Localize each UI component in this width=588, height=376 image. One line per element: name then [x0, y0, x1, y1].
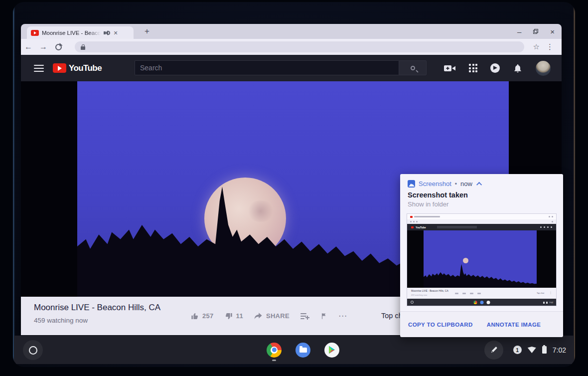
apps-grid-icon[interactable]: [469, 64, 477, 72]
messages-icon[interactable]: [490, 63, 500, 73]
create-video-icon[interactable]: [444, 64, 456, 72]
notification-timestamp: now: [460, 180, 472, 188]
thumbs-up-icon: [191, 312, 199, 320]
clock[interactable]: 7:02: [553, 346, 566, 354]
chrome-running-indicator: [272, 360, 276, 361]
mini-youtube-logo: YouTube: [416, 226, 426, 229]
youtube-header: YouTube: [21, 55, 562, 81]
dislike-count: 11: [236, 312, 243, 320]
mini-toolbar: [407, 219, 556, 224]
tab-title: Moonrise LIVE - Beacon Hi: [42, 30, 101, 36]
mini-video-area: [407, 230, 556, 288]
browser-toolbar: ← → ☆ ⋮: [21, 39, 562, 55]
tab-close-icon[interactable]: ×: [114, 29, 118, 36]
mini-play-store-icon: [486, 301, 490, 304]
flag-icon[interactable]: [320, 312, 327, 320]
bookmark-star-icon[interactable]: ☆: [533, 42, 540, 51]
notification-separator: •: [455, 181, 457, 188]
forward-icon[interactable]: →: [36, 42, 51, 51]
mini-info-bar: Moonrise LIVE - Beacon Hills, CA 459 wat…: [407, 288, 556, 299]
show-in-folder-link[interactable]: Show in folder: [408, 200, 448, 208]
address-bar[interactable]: [75, 41, 524, 52]
launcher-circle-icon: [29, 346, 37, 355]
thumbs-down-icon: [225, 312, 233, 320]
launcher-button[interactable]: [23, 340, 43, 360]
annotate-image-button[interactable]: ANNOTATE IMAGE: [487, 322, 541, 328]
restore-icon[interactable]: [533, 29, 538, 34]
video-title: Moonrise LIVE - Beacon Hills, CA: [34, 303, 160, 313]
share-label: SHARE: [266, 312, 290, 320]
share-button[interactable]: SHARE: [254, 312, 290, 320]
shelf-apps: [267, 336, 339, 364]
youtube-wordmark: YouTube: [69, 63, 102, 73]
notification-app-name: Screenshot: [419, 180, 451, 188]
browser-menu-icon[interactable]: ⋮: [546, 42, 554, 51]
minimize-icon[interactable]: –: [517, 27, 521, 36]
notification-actions: COPY TO CLIPBOARD ANNOTATE IMAGE: [400, 311, 563, 337]
laptop-bezel: Moonrise LIVE - Beacon Hi × + – × ← → ☆ …: [0, 0, 588, 376]
status-area[interactable]: 1 7:02: [484, 336, 566, 364]
search-icon: [411, 66, 415, 70]
back-icon[interactable]: ←: [21, 42, 36, 51]
notification-count-badge[interactable]: 1: [513, 346, 522, 354]
like-button[interactable]: 257: [191, 312, 214, 320]
youtube-play-icon: [53, 63, 66, 73]
files-app-icon[interactable]: [295, 343, 310, 358]
screenshot-app-icon: [408, 180, 415, 188]
close-icon[interactable]: ×: [550, 27, 555, 36]
notification-title: Screenshot taken: [408, 191, 468, 199]
new-tab-button[interactable]: +: [145, 27, 149, 35]
user-avatar[interactable]: [536, 61, 551, 76]
mini-moon: [463, 258, 468, 263]
mini-youtube-favicon: [410, 216, 413, 218]
play-store-triangle-icon: [328, 346, 335, 354]
watching-count: 459 watching now: [34, 317, 88, 324]
screenshot-notification[interactable]: Screenshot • now Screenshot taken Show i…: [400, 174, 563, 337]
dislike-button[interactable]: 11: [225, 312, 243, 320]
play-store-app-icon[interactable]: [324, 343, 339, 358]
youtube-favicon-icon: [31, 30, 39, 36]
chrome-app-icon[interactable]: [267, 343, 282, 358]
mini-youtube-header: YouTube: [407, 224, 556, 230]
folder-icon: [299, 348, 307, 353]
chromeos-desktop: Moonrise LIVE - Beacon Hi × + – × ← → ☆ …: [13, 2, 575, 367]
reload-icon[interactable]: [55, 44, 62, 50]
mini-tree-silhouette: [424, 262, 537, 288]
mini-tab-strip: [407, 214, 556, 219]
mini-files-icon: [480, 301, 483, 304]
stylus-tools-button[interactable]: [484, 341, 503, 360]
tab-audio-speaker-icon[interactable]: [104, 30, 111, 36]
tab-strip: Moonrise LIVE - Beacon Hi × + – ×: [21, 24, 562, 39]
battery-icon[interactable]: [542, 346, 547, 354]
youtube-logo[interactable]: YouTube: [53, 63, 102, 73]
lock-icon[interactable]: [81, 44, 85, 50]
chromeos-shelf: 1 7:02: [14, 336, 574, 364]
copy-to-clipboard-button[interactable]: COPY TO CLIPBOARD: [408, 322, 473, 328]
like-count: 257: [202, 312, 214, 320]
wifi-icon[interactable]: [528, 347, 536, 353]
screenshot-thumbnail[interactable]: YouTube Moonrise LIVE - Beacon Hills, CA…: [407, 213, 557, 306]
video-actions: 257 11 SHARE ⋯: [191, 297, 347, 335]
add-to-playlist-icon[interactable]: [300, 313, 309, 320]
window-controls: – ×: [517, 24, 555, 39]
stylus-icon: [490, 346, 498, 354]
search-button[interactable]: [399, 60, 427, 75]
tab-moonrise-live[interactable]: Moonrise LIVE - Beacon Hi ×: [27, 26, 134, 39]
mini-chrome-icon: [473, 301, 477, 304]
share-arrow-icon: [254, 312, 263, 320]
header-actions: [444, 55, 551, 81]
search-input[interactable]: [135, 61, 399, 75]
mini-shelf: 7:02: [407, 299, 556, 306]
search-box[interactable]: [135, 60, 399, 75]
collapse-chevron-icon[interactable]: [476, 182, 482, 187]
more-actions-icon[interactable]: ⋯: [338, 311, 347, 321]
mini-video-frame: [424, 230, 537, 288]
notifications-bell-icon[interactable]: [513, 63, 523, 74]
hamburger-menu-icon[interactable]: [34, 65, 44, 72]
notification-header: Screenshot • now: [408, 180, 482, 188]
